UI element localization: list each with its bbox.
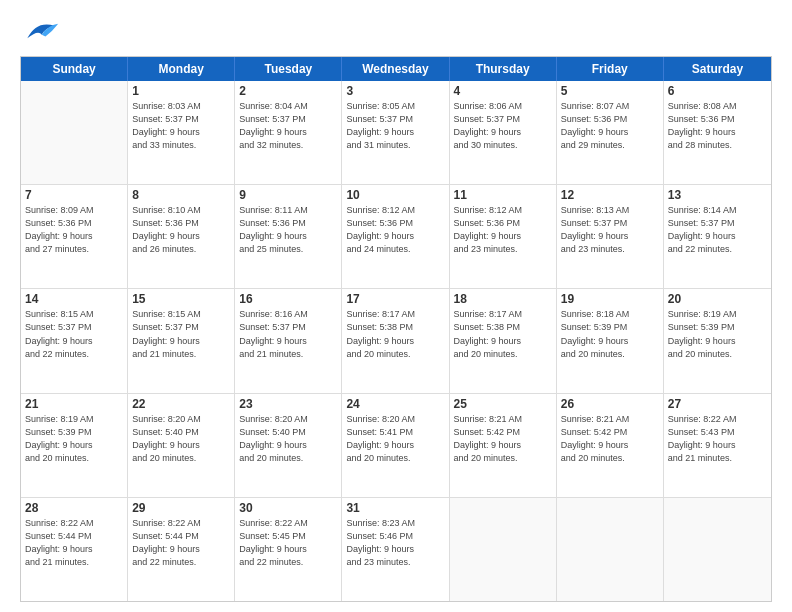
day-number: 13 <box>668 188 767 202</box>
cal-cell: 8Sunrise: 8:10 AMSunset: 5:36 PMDaylight… <box>128 185 235 288</box>
day-number: 10 <box>346 188 444 202</box>
cell-info-line: Sunrise: 8:22 AM <box>25 517 123 530</box>
cal-cell: 15Sunrise: 8:15 AMSunset: 5:37 PMDayligh… <box>128 289 235 392</box>
cal-cell <box>450 498 557 601</box>
cal-cell: 20Sunrise: 8:19 AMSunset: 5:39 PMDayligh… <box>664 289 771 392</box>
header <box>20 18 772 46</box>
cell-info-line: and 20 minutes. <box>346 348 444 361</box>
cell-info-line: and 32 minutes. <box>239 139 337 152</box>
cell-info-line: Sunrise: 8:11 AM <box>239 204 337 217</box>
cell-info-line: Daylight: 9 hours <box>561 335 659 348</box>
cal-cell <box>557 498 664 601</box>
cell-info-line: and 22 minutes. <box>668 243 767 256</box>
day-number: 2 <box>239 84 337 98</box>
day-number: 11 <box>454 188 552 202</box>
cell-info-line: Sunrise: 8:13 AM <box>561 204 659 217</box>
cell-info-line: Sunrise: 8:20 AM <box>346 413 444 426</box>
cell-info-line: and 21 minutes. <box>239 348 337 361</box>
page: SundayMondayTuesdayWednesdayThursdayFrid… <box>0 0 792 612</box>
day-number: 25 <box>454 397 552 411</box>
cell-info-line: Daylight: 9 hours <box>561 439 659 452</box>
cal-cell: 25Sunrise: 8:21 AMSunset: 5:42 PMDayligh… <box>450 394 557 497</box>
cal-cell: 19Sunrise: 8:18 AMSunset: 5:39 PMDayligh… <box>557 289 664 392</box>
cell-info-line: and 27 minutes. <box>25 243 123 256</box>
cell-info-line: Sunset: 5:42 PM <box>454 426 552 439</box>
cal-cell: 28Sunrise: 8:22 AMSunset: 5:44 PMDayligh… <box>21 498 128 601</box>
day-number: 6 <box>668 84 767 98</box>
cell-info-line: Sunset: 5:37 PM <box>132 321 230 334</box>
cell-info-line: Sunset: 5:44 PM <box>25 530 123 543</box>
cell-info-line: Sunrise: 8:19 AM <box>668 308 767 321</box>
cell-info-line: Sunrise: 8:12 AM <box>454 204 552 217</box>
cell-info-line: Daylight: 9 hours <box>25 230 123 243</box>
cell-info-line: Sunrise: 8:06 AM <box>454 100 552 113</box>
cal-cell: 31Sunrise: 8:23 AMSunset: 5:46 PMDayligh… <box>342 498 449 601</box>
cell-info-line: and 21 minutes. <box>25 556 123 569</box>
cell-info-line: Sunset: 5:37 PM <box>239 113 337 126</box>
cell-info-line: Sunset: 5:37 PM <box>25 321 123 334</box>
cell-info-line: Daylight: 9 hours <box>668 230 767 243</box>
cal-cell: 30Sunrise: 8:22 AMSunset: 5:45 PMDayligh… <box>235 498 342 601</box>
cal-cell <box>21 81 128 184</box>
week-row-5: 28Sunrise: 8:22 AMSunset: 5:44 PMDayligh… <box>21 498 771 601</box>
cell-info-line: and 33 minutes. <box>132 139 230 152</box>
cell-info-line: Daylight: 9 hours <box>239 543 337 556</box>
cell-info-line: Sunset: 5:36 PM <box>668 113 767 126</box>
cell-info-line: and 22 minutes. <box>25 348 123 361</box>
cal-cell: 26Sunrise: 8:21 AMSunset: 5:42 PMDayligh… <box>557 394 664 497</box>
cell-info-line: and 23 minutes. <box>346 556 444 569</box>
cell-info-line: Sunset: 5:44 PM <box>132 530 230 543</box>
cell-info-line: Sunrise: 8:03 AM <box>132 100 230 113</box>
cell-info-line: Sunrise: 8:05 AM <box>346 100 444 113</box>
cell-info-line: and 21 minutes. <box>132 348 230 361</box>
cell-info-line: and 23 minutes. <box>561 243 659 256</box>
day-number: 4 <box>454 84 552 98</box>
cell-info-line: and 20 minutes. <box>346 452 444 465</box>
cell-info-line: Daylight: 9 hours <box>25 335 123 348</box>
cell-info-line: Sunrise: 8:07 AM <box>561 100 659 113</box>
cell-info-line: Daylight: 9 hours <box>454 335 552 348</box>
day-number: 26 <box>561 397 659 411</box>
cell-info-line: Daylight: 9 hours <box>454 439 552 452</box>
cell-info-line: Daylight: 9 hours <box>132 126 230 139</box>
header-day-saturday: Saturday <box>664 57 771 81</box>
cell-info-line: Sunrise: 8:21 AM <box>561 413 659 426</box>
header-day-monday: Monday <box>128 57 235 81</box>
cell-info-line: Sunset: 5:36 PM <box>346 217 444 230</box>
cell-info-line: and 20 minutes. <box>132 452 230 465</box>
cell-info-line: Daylight: 9 hours <box>346 230 444 243</box>
day-number: 16 <box>239 292 337 306</box>
cell-info-line: Daylight: 9 hours <box>346 543 444 556</box>
cell-info-line: Sunset: 5:42 PM <box>561 426 659 439</box>
calendar: SundayMondayTuesdayWednesdayThursdayFrid… <box>20 56 772 602</box>
cell-info-line: Daylight: 9 hours <box>239 230 337 243</box>
cell-info-line: Sunset: 5:38 PM <box>346 321 444 334</box>
cell-info-line: Sunset: 5:39 PM <box>25 426 123 439</box>
cal-cell: 18Sunrise: 8:17 AMSunset: 5:38 PMDayligh… <box>450 289 557 392</box>
cal-cell: 3Sunrise: 8:05 AMSunset: 5:37 PMDaylight… <box>342 81 449 184</box>
cell-info-line: Sunset: 5:41 PM <box>346 426 444 439</box>
cell-info-line: Sunset: 5:37 PM <box>132 113 230 126</box>
cal-cell: 16Sunrise: 8:16 AMSunset: 5:37 PMDayligh… <box>235 289 342 392</box>
day-number: 7 <box>25 188 123 202</box>
cal-cell: 7Sunrise: 8:09 AMSunset: 5:36 PMDaylight… <box>21 185 128 288</box>
cell-info-line: and 20 minutes. <box>561 452 659 465</box>
cal-cell: 11Sunrise: 8:12 AMSunset: 5:36 PMDayligh… <box>450 185 557 288</box>
cal-cell: 6Sunrise: 8:08 AMSunset: 5:36 PMDaylight… <box>664 81 771 184</box>
cell-info-line: and 20 minutes. <box>454 452 552 465</box>
cell-info-line: Daylight: 9 hours <box>561 126 659 139</box>
cal-cell: 9Sunrise: 8:11 AMSunset: 5:36 PMDaylight… <box>235 185 342 288</box>
cal-cell: 14Sunrise: 8:15 AMSunset: 5:37 PMDayligh… <box>21 289 128 392</box>
cell-info-line: Sunrise: 8:22 AM <box>668 413 767 426</box>
cell-info-line: and 29 minutes. <box>561 139 659 152</box>
cal-cell: 4Sunrise: 8:06 AMSunset: 5:37 PMDaylight… <box>450 81 557 184</box>
cell-info-line: and 20 minutes. <box>668 348 767 361</box>
cell-info-line: Sunrise: 8:09 AM <box>25 204 123 217</box>
day-number: 28 <box>25 501 123 515</box>
cell-info-line: and 20 minutes. <box>25 452 123 465</box>
day-number: 24 <box>346 397 444 411</box>
cell-info-line: Sunset: 5:36 PM <box>561 113 659 126</box>
cell-info-line: Daylight: 9 hours <box>239 126 337 139</box>
day-number: 30 <box>239 501 337 515</box>
calendar-body: 1Sunrise: 8:03 AMSunset: 5:37 PMDaylight… <box>21 81 771 601</box>
